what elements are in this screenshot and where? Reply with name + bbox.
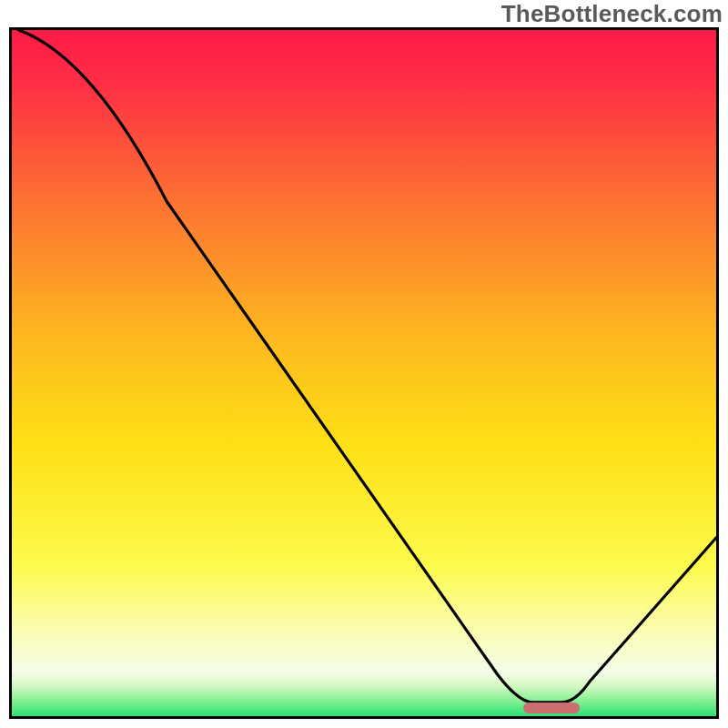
bottleneck-plot xyxy=(9,27,719,719)
watermark-text: TheBottleneck.com xyxy=(501,0,723,28)
gradient-background xyxy=(12,30,716,716)
optimum-marker xyxy=(523,703,580,713)
plot-svg xyxy=(12,30,716,716)
chart-frame: TheBottleneck.com xyxy=(0,0,728,728)
